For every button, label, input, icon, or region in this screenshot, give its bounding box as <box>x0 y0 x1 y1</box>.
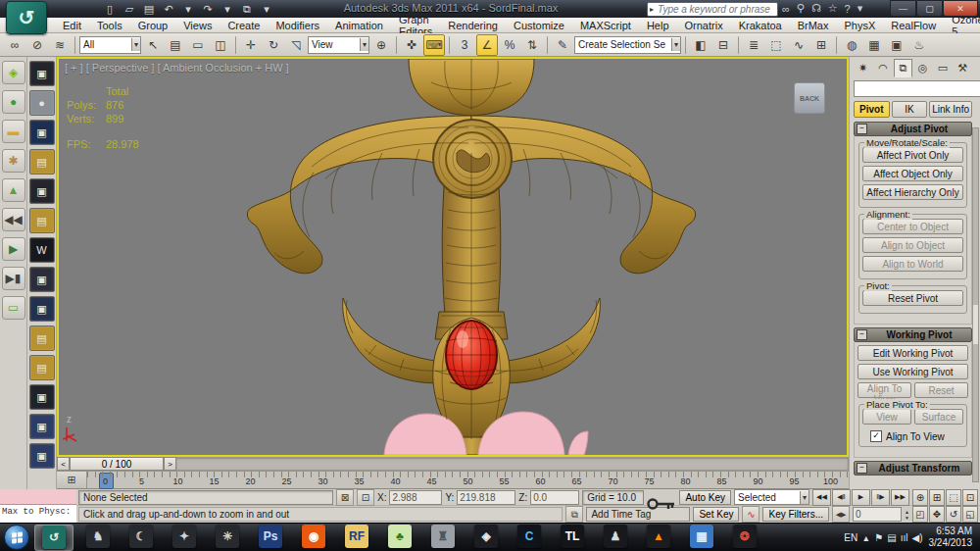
zoom-all-button[interactable]: ⊞ <box>929 489 945 506</box>
script-button-10[interactable]: ▤ <box>29 326 55 351</box>
key-filters-button[interactable]: Key Filters... <box>762 507 829 522</box>
reset-button[interactable]: Reset <box>914 382 968 398</box>
go-to-start-button[interactable]: ◀◀ <box>812 489 831 506</box>
x-coordinate-field[interactable] <box>389 490 442 505</box>
percent-snap-icon[interactable]: % <box>499 34 520 56</box>
display-tab-icon[interactable]: ▭ <box>933 59 952 77</box>
taskbar-app-dark-4[interactable]: ✳ <box>209 525 246 549</box>
taskbar-app-dark-1[interactable]: ♞ <box>79 525 117 549</box>
taskbar-photoshop[interactable]: Ps <box>252 525 289 549</box>
center-to-object-button[interactable]: Center to Object <box>862 219 963 234</box>
new-file-icon[interactable]: ▯ <box>102 3 118 16</box>
rectangular-selection-region-icon[interactable]: ▭ <box>187 34 209 56</box>
help-dropdown-icon[interactable]: ▾ <box>858 2 863 15</box>
select-and-scale-icon[interactable]: ◹ <box>285 34 307 56</box>
mini-curve-editor-button[interactable]: ⊞ <box>57 472 87 488</box>
taskbar-unity[interactable]: ◈ <box>467 525 505 549</box>
toolbar-separator[interactable] <box>685 36 686 54</box>
tray-app-icon[interactable]: ▤ <box>887 532 896 543</box>
window-crossing-icon[interactable]: ◫ <box>210 34 231 56</box>
adjust-pivot-rollout-header[interactable]: − Adjust Pivot <box>854 122 972 136</box>
select-by-name-icon[interactable]: ▤ <box>165 34 186 56</box>
cloth-tool-icon[interactable]: ▲ <box>2 178 25 202</box>
search-arrow-icon[interactable]: ▸ <box>648 5 656 14</box>
language-indicator[interactable]: EN <box>844 532 858 543</box>
y-coordinate-field[interactable] <box>457 490 515 505</box>
orbit-button[interactable]: ↺ <box>946 506 961 523</box>
affect-pivot-only-button[interactable]: Affect Pivot Only <box>862 147 963 163</box>
maximize-button[interactable]: ▢ <box>916 0 943 17</box>
physx-rewind-icon[interactable]: ◀◀ <box>2 208 25 231</box>
pan-view-button[interactable]: ✥ <box>929 506 945 523</box>
key-mode-toggle-icon[interactable]: ◀▶ <box>832 506 850 523</box>
place-surface-button[interactable]: Surface <box>914 409 963 425</box>
menu-item[interactable]: Tools <box>89 20 130 31</box>
action-center-icon[interactable]: ⚑ <box>874 532 883 543</box>
toolbar-separator[interactable] <box>74 36 75 54</box>
search-binoculars-icon[interactable]: ∞ <box>782 3 790 15</box>
maximize-viewport-toggle-button[interactable]: ◱ <box>962 506 978 523</box>
start-button[interactable] <box>4 525 29 550</box>
menu-item[interactable]: Krakatoa <box>731 20 790 31</box>
new-key-settings-icon[interactable]: ∿ <box>742 506 760 523</box>
unlink-selection-icon[interactable]: ⊘ <box>26 34 48 56</box>
select-and-manipulate-icon[interactable]: ✜ <box>401 34 422 56</box>
keyboard-shortcut-override-icon[interactable]: ⌨ <box>423 34 445 56</box>
current-frame-field[interactable] <box>853 507 902 522</box>
taskbar-vlc[interactable]: ▲ <box>640 525 677 549</box>
toolbar-separator[interactable] <box>738 36 739 54</box>
menu-item[interactable]: Create <box>220 20 268 31</box>
search-input[interactable] <box>656 3 791 16</box>
script-button-11[interactable]: ▤ <box>29 355 55 380</box>
menu-item[interactable]: Views <box>175 20 220 31</box>
edit-working-pivot-button[interactable]: Edit Working Pivot <box>858 345 968 361</box>
spinner-snap-icon[interactable]: ⇅ <box>521 34 543 56</box>
physx-logo-icon[interactable]: ◈ <box>2 61 25 84</box>
ragdoll-tool-icon[interactable]: ✱ <box>2 149 25 173</box>
network-icon[interactable]: ııl <box>901 532 908 543</box>
listener-input-pane[interactable]: Max to Physc: <box>0 505 76 524</box>
use-pivot-point-center-icon[interactable]: ⊕ <box>370 34 392 56</box>
script-button-5[interactable]: ▣ <box>29 178 55 204</box>
taskbar-app-dark-2[interactable]: ☾ <box>122 525 160 549</box>
play-button[interactable]: ▶ <box>852 489 870 506</box>
menu-item[interactable]: BrMax <box>790 20 837 31</box>
taskbar-app-c[interactable]: C <box>511 525 548 549</box>
motion-tab-icon[interactable]: ◎ <box>913 59 932 77</box>
tray-expand-icon[interactable]: ▴ <box>863 532 868 543</box>
menu-item[interactable]: Modifiers <box>268 20 327 31</box>
working-pivot-rollout-header[interactable]: − Working Pivot <box>854 327 972 342</box>
absolute-mode-icon[interactable]: ⊡ <box>357 489 374 506</box>
subscription-icon[interactable]: ☊ <box>811 2 821 15</box>
script-button-7[interactable]: W <box>29 237 55 263</box>
material-editor-icon[interactable]: ◍ <box>841 34 862 56</box>
align-to-object-button[interactable]: Align to Object <box>862 237 963 253</box>
tab-ik[interactable]: IK <box>892 101 928 118</box>
render-production-icon[interactable]: ♨ <box>908 34 930 56</box>
taskbar-chrome[interactable]: ❂ <box>726 525 763 549</box>
toolbar-separator[interactable] <box>449 36 450 54</box>
menu-item[interactable]: Help <box>639 20 677 31</box>
toolbar-separator[interactable] <box>235 36 236 54</box>
mirror-icon[interactable]: ◧ <box>690 34 711 56</box>
sword-model[interactable] <box>59 59 847 455</box>
volume-icon[interactable]: ◀) <box>911 532 922 543</box>
minimize-button[interactable]: — <box>890 0 916 17</box>
perspective-viewport[interactable]: [ + ] [ Perspective ] [ Ambient Occlusio… <box>57 57 849 457</box>
script-button-9[interactable]: ▣ <box>29 296 55 322</box>
key-mode-combo[interactable]: Selected <box>734 489 809 505</box>
place-view-button[interactable]: View <box>862 409 911 425</box>
menu-item[interactable]: MAXScript <box>572 20 639 31</box>
script-button-4[interactable]: ▤ <box>29 149 55 175</box>
align-to-view-button[interactable]: Align To View <box>858 382 911 398</box>
communication-key-icon[interactable]: ⚲ <box>797 2 805 15</box>
object-name-field[interactable] <box>854 80 980 97</box>
taskbar-sculpt-app[interactable]: ♜ <box>424 525 462 549</box>
layer-manager-icon[interactable]: ≣ <box>743 34 764 56</box>
time-slider-handle[interactable]: 0 / 100 <box>70 457 164 471</box>
script-button-14[interactable]: ▣ <box>29 443 55 469</box>
angle-snap-icon[interactable]: ∠ <box>476 34 498 56</box>
qat-dropdown-icon[interactable]: ▾ <box>259 3 274 16</box>
script-button-1[interactable]: ▣ <box>29 61 55 86</box>
go-to-end-button[interactable]: ▶▶ <box>891 489 909 506</box>
